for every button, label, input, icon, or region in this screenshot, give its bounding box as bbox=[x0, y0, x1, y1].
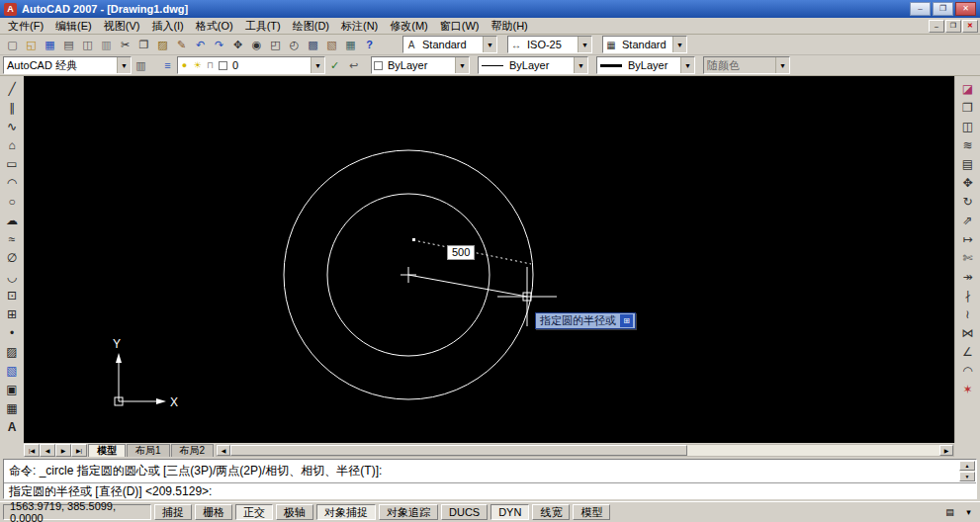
scrollbar-track[interactable] bbox=[687, 445, 939, 456]
erase-icon[interactable]: ◪ bbox=[958, 79, 978, 98]
menu-item[interactable]: 窗口(W) bbox=[434, 18, 486, 34]
otrack-toggle[interactable]: 对象追踪 bbox=[379, 504, 438, 520]
linetype-combo[interactable]: ByLayer ▼ bbox=[478, 56, 588, 74]
menu-item[interactable]: 编辑(E) bbox=[49, 18, 98, 34]
dyn-toggle[interactable]: DYN bbox=[490, 504, 529, 520]
ducs-toggle[interactable]: DUCS bbox=[441, 504, 488, 520]
markup-manager-icon[interactable]: ▧ bbox=[322, 36, 341, 53]
zoom-window-icon[interactable]: ◰ bbox=[266, 36, 285, 53]
layer-dropdown-arrow[interactable]: ▼ bbox=[311, 57, 324, 73]
snap-toggle[interactable]: 捕捉 bbox=[154, 504, 192, 520]
minimize-button[interactable]: – bbox=[910, 2, 931, 16]
paste-icon[interactable]: ▨ bbox=[153, 36, 172, 53]
command-window[interactable]: 命令: _circle 指定圆的圆心或 [三点(3P)/两点(2P)/相切、相切… bbox=[3, 459, 977, 499]
chamfer-icon[interactable]: ∠ bbox=[958, 342, 978, 361]
pan-icon[interactable]: ✥ bbox=[228, 36, 247, 53]
tab-model[interactable]: 模型 bbox=[88, 444, 126, 457]
mirror-icon[interactable]: ◫ bbox=[958, 117, 978, 135]
coordinate-display[interactable]: 1563.9719, 385.5099, 0.0000 bbox=[3, 504, 151, 520]
make-block-icon[interactable]: ⊞ bbox=[2, 304, 22, 323]
gradient-icon[interactable]: ▧ bbox=[2, 361, 22, 380]
scroll-down-icon[interactable]: ▼ bbox=[959, 472, 975, 481]
drawing-canvas[interactable]: Y X 500 指定圆的半径或 ⊞ bbox=[24, 76, 954, 443]
menu-item[interactable]: 绘图(D) bbox=[287, 18, 335, 34]
help-icon[interactable]: ? bbox=[360, 36, 379, 53]
construction-line-icon[interactable]: ∥ bbox=[2, 98, 22, 117]
make-object-layer-current-icon[interactable]: ✓ bbox=[325, 56, 344, 74]
zoom-realtime-icon[interactable]: ◉ bbox=[247, 36, 266, 53]
arc-icon[interactable]: ◠ bbox=[2, 173, 22, 192]
zoom-previous-icon[interactable]: ◴ bbox=[285, 36, 304, 53]
fillet-icon[interactable]: ◠ bbox=[958, 361, 978, 380]
lineweight-dropdown-arrow[interactable]: ▼ bbox=[680, 57, 694, 73]
new-file-icon[interactable]: ▢ bbox=[3, 36, 22, 53]
publish-icon[interactable]: ▥ bbox=[97, 36, 116, 53]
model-toggle[interactable]: 模型 bbox=[573, 504, 610, 520]
ellipse-icon[interactable]: ∅ bbox=[2, 248, 22, 267]
mtext-icon[interactable]: A bbox=[2, 417, 22, 436]
plot-icon[interactable]: ▤ bbox=[59, 36, 78, 53]
prev-tab-button[interactable]: ◀ bbox=[40, 444, 55, 457]
text-style-dropdown-arrow[interactable]: ▼ bbox=[483, 37, 496, 52]
layer-properties-manager-icon[interactable]: ≡ bbox=[158, 56, 177, 74]
annotation-tray-icon[interactable]: ▤ bbox=[941, 505, 958, 520]
rectangle-icon[interactable]: ▭ bbox=[2, 154, 22, 173]
sheetset-manager-icon[interactable]: ▩ bbox=[304, 36, 322, 53]
redo-icon[interactable]: ↷ bbox=[210, 36, 228, 53]
table-icon[interactable]: ▦ bbox=[2, 398, 22, 417]
break-icon[interactable]: ≀ bbox=[958, 304, 978, 323]
revcloud-icon[interactable]: ☁ bbox=[2, 211, 22, 229]
layer-freeze-sun-icon[interactable]: ☀ bbox=[191, 60, 204, 70]
save-icon[interactable]: ▦ bbox=[41, 36, 59, 53]
menu-item[interactable]: 插入(I) bbox=[145, 18, 189, 34]
workspace-combo[interactable]: AutoCAD 经典 ▼ bbox=[3, 56, 132, 74]
ortho-toggle[interactable]: 正交 bbox=[235, 504, 273, 520]
color-combo[interactable]: ByLayer ▼ bbox=[371, 56, 470, 74]
hatch-icon[interactable]: ▨ bbox=[2, 342, 22, 361]
scroll-left-icon[interactable]: ◀ bbox=[217, 445, 230, 456]
menu-item[interactable]: 文件(F) bbox=[2, 18, 49, 34]
workspace-settings-icon[interactable]: ▥ bbox=[132, 56, 150, 74]
scale-icon[interactable]: ⇗ bbox=[958, 211, 978, 229]
spline-icon[interactable]: ≈ bbox=[2, 229, 22, 248]
doc-minimize-button[interactable]: – bbox=[929, 20, 944, 33]
polyline-icon[interactable]: ∿ bbox=[2, 117, 22, 135]
layer-on-bulb-icon[interactable]: ● bbox=[178, 60, 191, 70]
plot-preview-icon[interactable]: ◫ bbox=[78, 36, 97, 53]
first-tab-button[interactable]: |◀ bbox=[24, 444, 40, 457]
region-icon[interactable]: ▣ bbox=[2, 380, 22, 398]
command-scrollbar[interactable]: ▲ ▼ bbox=[959, 461, 975, 481]
last-tab-button[interactable]: ▶| bbox=[71, 444, 87, 457]
osnap-toggle[interactable]: 对象捕捉 bbox=[316, 504, 376, 520]
trim-icon[interactable]: ✄ bbox=[958, 248, 978, 267]
move-icon[interactable]: ✥ bbox=[958, 173, 978, 192]
line-icon[interactable]: ╱ bbox=[2, 79, 22, 98]
status-menu-arrow-icon[interactable]: ▾ bbox=[960, 505, 977, 520]
scroll-right-icon[interactable]: ▶ bbox=[939, 445, 953, 456]
table-style-combo[interactable]: ▦ Standard ▼ bbox=[602, 36, 687, 53]
break-at-point-icon[interactable]: ∤ bbox=[958, 286, 978, 304]
menu-item[interactable]: 帮助(H) bbox=[486, 18, 534, 34]
polygon-icon[interactable]: ⌂ bbox=[2, 135, 22, 154]
doc-restore-button[interactable]: ❐ bbox=[945, 20, 961, 33]
dim-style-combo[interactable]: ↔ ISO-25 ▼ bbox=[507, 36, 592, 53]
doc-close-button[interactable]: ✕ bbox=[962, 20, 978, 33]
layer-lock-icon[interactable]: ⊓ bbox=[204, 60, 217, 70]
next-tab-button[interactable]: ▶ bbox=[55, 444, 71, 457]
radius-value-input[interactable]: 500 bbox=[447, 245, 475, 260]
scroll-up-icon[interactable]: ▲ bbox=[959, 461, 975, 471]
menu-item[interactable]: 标注(N) bbox=[335, 18, 384, 34]
circle-icon[interactable]: ○ bbox=[2, 192, 22, 211]
array-icon[interactable]: ▤ bbox=[958, 154, 978, 173]
close-button[interactable]: ✕ bbox=[955, 2, 976, 16]
cut-icon[interactable]: ✂ bbox=[116, 36, 134, 53]
copy-object-icon[interactable]: ❐ bbox=[958, 98, 978, 117]
command-prompt-line[interactable]: 指定圆的半径或 [直径(D)] <209.5129>: bbox=[5, 482, 975, 497]
rotate-icon[interactable]: ↻ bbox=[958, 192, 978, 211]
menu-item[interactable]: 工具(T) bbox=[239, 18, 287, 34]
join-icon[interactable]: ⋈ bbox=[958, 323, 978, 342]
match-properties-icon[interactable]: ✎ bbox=[172, 36, 191, 53]
linetype-dropdown-arrow[interactable]: ▼ bbox=[574, 57, 587, 73]
explode-icon[interactable]: ✶ bbox=[958, 380, 978, 398]
tab-layout2[interactable]: 布局2 bbox=[171, 444, 215, 457]
